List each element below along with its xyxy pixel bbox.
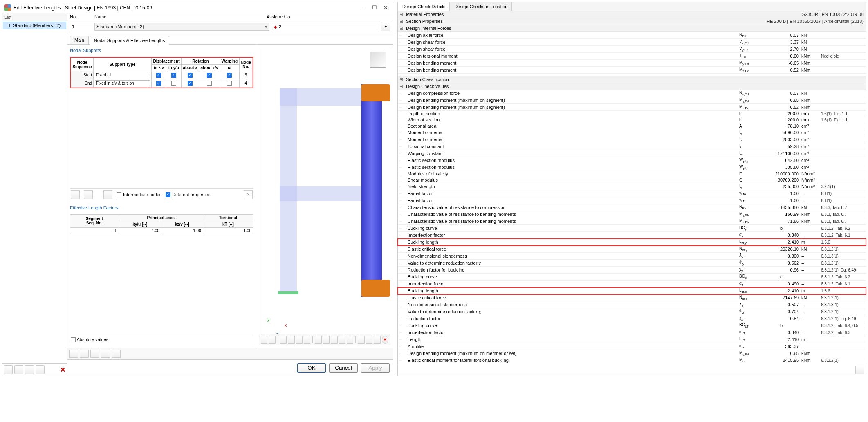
support-type-input[interactable] xyxy=(95,72,150,78)
vp-tool[interactable] xyxy=(288,336,294,344)
nodal-toolbar: Intermediate nodes Different properties … xyxy=(70,188,253,201)
apply-button[interactable]: Apply xyxy=(361,363,390,373)
effective-lengths-list[interactable]: 1 Standard (Members : 2) xyxy=(2,21,67,363)
props-tool-button[interactable] xyxy=(855,366,864,374)
copy-item-button[interactable] xyxy=(14,365,23,374)
clear-button[interactable]: ✕ xyxy=(244,190,253,199)
cat-section-classification[interactable]: ⊞ Section Classification xyxy=(398,76,866,83)
intermediate-nodes-checkbox[interactable]: Intermediate nodes xyxy=(117,192,161,197)
tool-button[interactable] xyxy=(25,365,34,374)
app-icon xyxy=(4,4,11,11)
tab-design-check-details[interactable]: Design Check Details xyxy=(398,2,450,11)
dropdown-icon[interactable]: ▾ xyxy=(265,24,267,29)
vp-cancel[interactable]: ✕ xyxy=(382,336,388,344)
model-viewport[interactable]: x y z xyxy=(259,47,390,345)
vp-tool[interactable] xyxy=(296,336,303,344)
nodal-support-end xyxy=(361,280,390,297)
tool-button[interactable] xyxy=(36,365,45,374)
no-field[interactable]: 1 xyxy=(70,23,92,30)
vp-tool[interactable] xyxy=(323,336,330,344)
property-row: ⋯ Elastic critical force Ncr,z 7147.69 k… xyxy=(398,294,866,301)
support-type-input[interactable] xyxy=(95,80,150,86)
status-tool[interactable] xyxy=(101,350,110,358)
status-tool[interactable] xyxy=(90,350,99,358)
rot-x-checkbox[interactable] xyxy=(188,73,193,78)
warping-checkbox[interactable] xyxy=(227,73,232,78)
cat-design-internal-forces[interactable]: ⊟ Design Internal Forces xyxy=(398,25,866,32)
viewport-toolbar: ✕ xyxy=(259,334,390,345)
status-tool[interactable] xyxy=(80,350,89,358)
ok-button[interactable]: OK xyxy=(297,363,326,373)
property-row: ⋯ Design bending moment My,Ed -6.65 kNm xyxy=(398,60,866,67)
property-row: ⋯ Width of section b 200.0 mm 1.6(1), Fi… xyxy=(398,117,866,123)
property-row: ⋯ Shear modulus G 80769.200 N/mm² xyxy=(398,177,866,183)
vp-tool[interactable] xyxy=(261,336,267,344)
minimize-button[interactable]: — xyxy=(359,4,368,11)
name-field[interactable]: Standard (Members : 2) ▾ xyxy=(94,23,269,31)
disp-yu-checkbox[interactable] xyxy=(171,81,176,86)
disp-yu-checkbox[interactable] xyxy=(171,73,176,78)
vp-tool[interactable] xyxy=(374,336,380,344)
delete-item-button[interactable]: ✕ xyxy=(60,366,65,374)
cat-section-properties[interactable]: ⊞ Section Properties HE 200 B | EN 10365… xyxy=(398,18,866,25)
rot-zv-checkbox[interactable] xyxy=(207,81,212,86)
section-nodal-supports: Nodal Supports xyxy=(70,47,253,54)
property-row: ⋯ Design bending moment (maximum on segm… xyxy=(398,97,866,104)
new-item-button[interactable] xyxy=(4,365,13,374)
tab-main[interactable]: Main xyxy=(70,36,89,44)
property-row: ⋯ Design compression force Nc,Ed 8.07 kN xyxy=(398,90,866,97)
cat-material-properties[interactable]: ⊞ Material Properties S235JR | EN 10025-… xyxy=(398,11,866,18)
cancel-button[interactable]: Cancel xyxy=(329,363,358,373)
maximize-button[interactable]: ☐ xyxy=(370,4,379,11)
tab-nodal-supports[interactable]: Nodal Supports & Effective Lengths xyxy=(90,36,169,45)
collapse-icon[interactable]: ⊟ xyxy=(398,84,404,89)
tool-button[interactable] xyxy=(103,190,112,199)
vp-tool[interactable] xyxy=(347,336,353,344)
warping-checkbox[interactable] xyxy=(227,81,232,86)
vp-tool[interactable] xyxy=(315,336,321,344)
tool-button[interactable] xyxy=(71,190,80,199)
property-row: ⋯ Yield strength fy 235.000 N/mm² 3.2.1(… xyxy=(398,183,866,190)
vp-tool[interactable] xyxy=(304,336,310,344)
tabs: Main Nodal Supports & Effective Lengths xyxy=(67,36,393,45)
property-row: ⋯ Sectional area A 78.10 cm² xyxy=(398,123,866,129)
vp-tool[interactable] xyxy=(331,336,337,344)
vp-tool[interactable] xyxy=(269,336,275,344)
tab-design-checks-in-location[interactable]: Design Checks in Location xyxy=(450,2,512,11)
orientation-cube[interactable] xyxy=(370,52,386,68)
disp-zv-checkbox[interactable] xyxy=(156,81,161,86)
property-row: ⋯ Characteristic value of resistance to … xyxy=(398,211,866,218)
property-row: ⋯ Characteristic value of resistance to … xyxy=(398,218,866,225)
property-row: ⋯ Buckling length Lcr,y 2.410 m 1.5.6 xyxy=(398,239,866,246)
property-row: ⋯ Design axial force NEd -8.07 kN xyxy=(398,32,866,39)
pick-members-button[interactable]: ✦ xyxy=(381,22,390,31)
property-row: ⋯ Design torsional moment TEd 0.00 kNm N… xyxy=(398,53,866,60)
close-button[interactable]: ✕ xyxy=(381,4,390,11)
status-tool[interactable] xyxy=(69,350,78,358)
list-panel: List 1 Standard (Members : 2) ✕ xyxy=(2,13,67,376)
list-toolbar: ✕ xyxy=(2,363,67,376)
rot-x-checkbox[interactable] xyxy=(188,81,193,86)
vp-tool[interactable] xyxy=(280,336,287,344)
property-row: ⋯ Warping constant Iw 171100.00 cm⁶ xyxy=(398,150,866,157)
vp-tool[interactable] xyxy=(366,336,372,344)
different-properties-checkbox[interactable]: Different properties xyxy=(166,192,210,197)
absolute-values-checkbox[interactable]: Absolute values xyxy=(71,337,108,342)
assigned-to-field[interactable]: ◆ 2 xyxy=(272,23,378,30)
tool-button[interactable] xyxy=(84,190,93,199)
expand-icon[interactable]: ⊞ xyxy=(398,77,404,82)
disp-zv-checkbox[interactable] xyxy=(156,73,161,78)
property-row: ⋯ Depth of section h 200.0 mm 1.6(1), Fi… xyxy=(398,111,866,117)
list-item[interactable]: 1 Standard (Members : 2) xyxy=(3,22,66,29)
cat-design-check-values[interactable]: ⊟ Design Check Values xyxy=(398,83,866,90)
vp-tool[interactable] xyxy=(358,336,364,344)
property-row: ⋯ Reduction factor for buckling χy 0.96 … xyxy=(398,267,866,274)
property-row: ⋯ Reduction factor χz 0.84 -- 6.3.1.2(1)… xyxy=(398,315,866,322)
expand-icon[interactable]: ⊞ xyxy=(398,19,404,24)
status-tool[interactable] xyxy=(112,350,121,358)
rot-zv-checkbox[interactable] xyxy=(207,73,212,78)
expand-icon[interactable]: ⊞ xyxy=(398,12,404,17)
vp-tool[interactable] xyxy=(339,336,345,344)
property-row: ⋯ Characteristic value of resistance to … xyxy=(398,204,866,211)
collapse-icon[interactable]: ⊟ xyxy=(398,26,404,31)
